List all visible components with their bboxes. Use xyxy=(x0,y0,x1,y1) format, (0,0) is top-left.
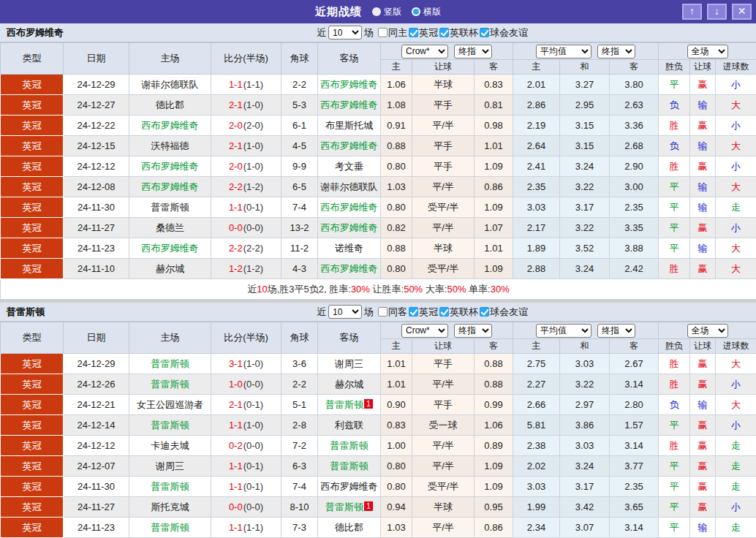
corner-cell: 5-1 xyxy=(281,395,318,415)
fulltime-header: 全场 xyxy=(659,43,756,60)
same-venue-checkbox[interactable] xyxy=(378,307,388,317)
vertical-layout-radio[interactable] xyxy=(372,7,381,16)
goals-result-cell: 大 xyxy=(716,95,756,115)
result-cell: 胜 xyxy=(659,374,690,395)
handicap-line: 平手 xyxy=(412,95,475,115)
handicap-away-odds: 0.89 xyxy=(475,436,513,456)
halftime-score: (0-1) xyxy=(243,399,263,410)
summary-row: 近10场,胜3平5负2, 胜率:30% 让胜率:50% 大率:50% 单率:30… xyxy=(1,279,756,300)
handicap-line: 平/半 xyxy=(412,115,475,136)
handicap-home-odds: 1.03 xyxy=(381,518,412,538)
final-odds-select[interactable]: 终指 xyxy=(454,45,492,58)
handicap-result-cell: 输 xyxy=(690,238,716,259)
league-checkbox-2[interactable] xyxy=(480,307,489,317)
match-date: 24-12-21 xyxy=(64,395,129,415)
avg-away-odds: 2.63 xyxy=(610,95,659,115)
bookmaker-select[interactable]: Crow* xyxy=(401,324,448,338)
match-date: 24-12-29 xyxy=(64,75,129,95)
team-name: 谢菲尔德联队 xyxy=(321,181,378,192)
team-name: 普雷斯顿 xyxy=(151,379,189,390)
avg-draw-odds: 3.22 xyxy=(560,374,610,395)
avg-home-odds: 3.03 xyxy=(513,197,560,218)
summary-segment: 30% xyxy=(491,284,510,295)
final-odds-select-2[interactable]: 终指 xyxy=(597,324,635,338)
average-odds-select[interactable]: 平均值 xyxy=(536,324,591,338)
summary-segment: 让胜率: xyxy=(370,284,404,295)
avg-home-odds: 2.01 xyxy=(513,75,560,95)
average-odds-select[interactable]: 平均值 xyxy=(536,45,591,58)
league-checkbox-0[interactable] xyxy=(409,28,418,37)
halftime-score: (1-0) xyxy=(243,140,263,151)
league-badge: 英冠 xyxy=(1,115,64,136)
bookmaker-select[interactable]: Crow* xyxy=(401,45,448,58)
result-cell: 负 xyxy=(659,395,690,415)
horizontal-layout-radio[interactable] xyxy=(412,7,420,16)
league-badge: 英冠 xyxy=(1,156,64,177)
fulltime-score: 2-0 xyxy=(229,161,243,172)
fulltime-score: 0-2 xyxy=(229,440,243,451)
games-count-select[interactable]: 10 xyxy=(328,26,362,39)
summary-segment: 大率: xyxy=(423,284,447,295)
team-name: 普雷斯顿 xyxy=(151,202,189,213)
europe-odds-header: 平均值终指 xyxy=(513,43,659,60)
handicap-result-cell: 输 xyxy=(690,95,716,115)
red-card-badge: 1 xyxy=(364,399,373,409)
handicap-line: 平手 xyxy=(412,354,475,374)
filter-bar: 西布罗姆维奇 近 10 场 同主 英冠 英联杯 球会友谊 xyxy=(0,23,756,42)
games-count-select[interactable]: 10 xyxy=(328,305,362,319)
result-cell: 胜 xyxy=(659,115,690,136)
close-button[interactable]: ✕ xyxy=(732,4,752,20)
summary-segment: 场,胜3平5负2, 胜率: xyxy=(268,284,351,295)
col-header-type: 类型 xyxy=(1,43,64,75)
away-team-cell: 利兹联 xyxy=(318,415,381,436)
away-team-cell: 布里斯托城 xyxy=(318,115,381,136)
handicap-away-odds: 1.09 xyxy=(475,156,513,177)
league-checkbox-1[interactable] xyxy=(439,307,449,317)
avg-home-odds: 2.88 xyxy=(513,259,560,279)
col-header-away: 客场 xyxy=(318,322,381,354)
fulltime-select[interactable]: 全场 xyxy=(687,324,728,338)
league-checkbox-2[interactable] xyxy=(480,28,489,37)
match-row: 英冠24-12-08西布罗姆维奇2-2(1-2)6-5谢菲尔德联队1.03平/半… xyxy=(1,177,756,197)
final-odds-select[interactable]: 终指 xyxy=(454,324,492,338)
league-checkbox-0[interactable] xyxy=(409,307,418,317)
avg-draw-odds: 3.07 xyxy=(560,518,610,538)
summary-segment: 50% xyxy=(404,284,423,295)
avg-draw-odds: 3.86 xyxy=(560,415,610,436)
handicap-away-odds: 1.09 xyxy=(475,456,513,477)
match-date: 24-12-07 xyxy=(64,456,129,477)
league-checkbox-1[interactable] xyxy=(439,28,449,37)
corner-cell: 5-3 xyxy=(281,95,318,115)
sub-header-handicap-result: 让球 xyxy=(690,60,716,75)
handicap-line: 受平/半 xyxy=(412,197,475,218)
fulltime-select[interactable]: 全场 xyxy=(687,45,728,58)
avg-home-odds: 1.89 xyxy=(513,238,560,259)
handicap-away-odds: 0.86 xyxy=(475,177,513,197)
match-date: 24-12-15 xyxy=(64,136,129,156)
window-title: 近期战绩 xyxy=(315,5,362,19)
handicap-result-cell: 赢 xyxy=(690,415,716,436)
handicap-result-cell: 赢 xyxy=(690,115,716,136)
goals-result-cell: 走 xyxy=(716,477,756,497)
games-suffix-label: 场 xyxy=(364,306,374,319)
fulltime-score: 0-0 xyxy=(229,501,243,512)
match-date: 24-12-12 xyxy=(64,156,129,177)
move-down-button[interactable]: ↓ xyxy=(707,4,727,20)
same-venue-checkbox[interactable] xyxy=(378,28,388,37)
away-team-cell: 德比郡 xyxy=(318,518,381,538)
home-team-cell: 西布罗姆维奇 xyxy=(129,177,211,197)
halftime-score: (2-0) xyxy=(243,120,263,131)
avg-home-odds: 2.02 xyxy=(513,456,560,477)
final-odds-select-2[interactable]: 终指 xyxy=(597,45,635,58)
match-row: 英冠24-12-15沃特福德2-1(1-0)4-5西布罗姆维奇0.88平手1.0… xyxy=(1,136,756,156)
score-cell: 0-0(0-0) xyxy=(211,218,281,238)
titlebar-buttons: ↑ ↓ ✕ xyxy=(677,4,752,20)
move-up-button[interactable]: ↑ xyxy=(682,4,702,20)
match-row: 英冠24-12-14普雷斯顿1-1(1-0)2-8利兹联0.83受一球1.065… xyxy=(1,415,756,436)
halftime-score: (1-0) xyxy=(243,161,263,172)
avg-draw-odds: 2.95 xyxy=(560,95,610,115)
handicap-result-cell: 输 xyxy=(690,177,716,197)
halftime-score: (0-0) xyxy=(243,379,263,390)
score-cell: 1-2(1-2) xyxy=(211,259,281,279)
avg-away-odds: 2.68 xyxy=(610,136,659,156)
